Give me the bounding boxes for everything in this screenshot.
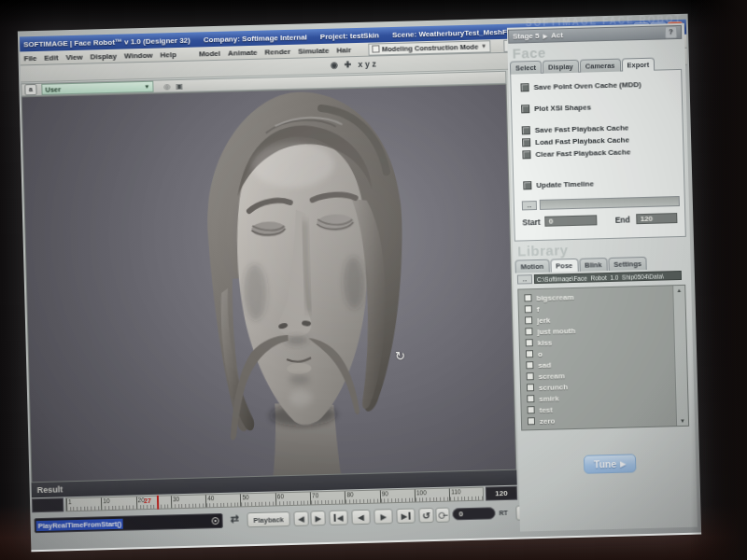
ruler-tick: 10	[101, 497, 136, 510]
checkbox-icon[interactable]	[528, 417, 535, 425]
record-icon[interactable]	[212, 517, 219, 525]
start-input[interactable]: 0	[545, 215, 598, 226]
library-tab[interactable]: Blink	[579, 258, 608, 272]
checkbox-icon[interactable]	[528, 406, 535, 413]
stage-tab[interactable]: Export	[621, 58, 655, 72]
checkbox-icon[interactable]	[524, 294, 531, 301]
library-path-row: ... C:\Softimage\Face_Robot_1.0_Ship0504…	[517, 271, 682, 285]
audio-button[interactable]	[435, 508, 449, 523]
toolbar-icons: ◉ ✚ x y z	[331, 59, 376, 69]
help-button[interactable]: ?	[665, 26, 677, 38]
menu-item[interactable]: File	[20, 53, 40, 63]
key-icon	[438, 511, 446, 519]
viewport-header-icons: ◎ ▣	[163, 81, 183, 91]
export-tab-page: Save Point Oven Cache (MDD) Plot XSI Sha…	[510, 69, 686, 242]
script-command-field[interactable]: PlayRealTimeFromStart()	[34, 513, 222, 533]
ruler-tick: 80	[345, 491, 380, 504]
move-icon[interactable]: ✚	[345, 60, 352, 69]
app-title: SOFTIMAGE | Face Robot™ v 1.0 (Designer …	[23, 35, 190, 49]
face-panel-title: Face	[512, 45, 546, 62]
playhead-frame-label: 27	[144, 497, 151, 504]
checkbox-icon[interactable]	[527, 384, 534, 391]
checkbox-icon[interactable]	[526, 350, 533, 357]
frame-rate-field[interactable]: 0	[452, 507, 495, 520]
pose-listbox: bigscreamfjerkjust mouthkissosadscreamsc…	[517, 285, 689, 431]
viewport-letter-button[interactable]: a	[24, 84, 36, 95]
go-to-end-button[interactable]: ▶	[396, 509, 415, 525]
menu-item[interactable]: Simulate	[294, 46, 333, 55]
menu-item[interactable]: Hair	[332, 46, 355, 55]
playhead[interactable]	[157, 496, 159, 510]
checkbox-icon[interactable]	[527, 372, 534, 380]
menu-item[interactable]: View	[62, 52, 86, 62]
menu-item[interactable]: Window	[120, 50, 157, 60]
chevron-down-icon: ▼	[481, 43, 486, 49]
start-end-row: Start 0 End 120	[522, 213, 684, 228]
checkbox-icon[interactable]	[521, 105, 529, 113]
library-path-field[interactable]: C:\Softimage\Face_Robot_1.0_Ship0504\Dat…	[534, 271, 682, 284]
play-forward-button[interactable]: ▶	[374, 509, 392, 525]
checkbox-icon[interactable]	[525, 316, 532, 324]
start-label: Start	[522, 217, 541, 227]
menu-item[interactable]: Model	[195, 49, 224, 58]
library-tab[interactable]: Motion	[514, 259, 549, 273]
pose-list: bigscreamfjerkjust mouthkissosadscreamsc…	[518, 286, 676, 429]
loop-toggle-button[interactable]: ↺	[418, 508, 433, 523]
update-timeline-option[interactable]: Update Timeline	[523, 176, 684, 190]
menu-item[interactable]: Display	[86, 51, 120, 61]
scroll-down-icon[interactable]: ▼	[680, 416, 685, 426]
ruler-tick: 70	[310, 491, 345, 504]
stage-tab[interactable]: Cameras	[580, 59, 621, 73]
stage-tab[interactable]: Display	[543, 60, 579, 74]
checkbox-icon[interactable]	[525, 328, 532, 335]
project-label: Project: testSkin	[320, 31, 379, 41]
go-to-start-button[interactable]: ◀	[329, 510, 347, 525]
export-options-group2: Plot XSI Shapes	[512, 100, 682, 115]
realtime-label[interactable]: RT	[499, 510, 508, 516]
checkbox-icon[interactable]	[522, 126, 530, 134]
library-tab[interactable]: Pose	[550, 259, 578, 273]
frame-forward-button[interactable]: ▶	[310, 511, 325, 525]
scrollbar[interactable]: ▲ ▼	[672, 286, 688, 426]
cache-progress-bar	[540, 196, 680, 210]
menu-item[interactable]: Animate	[224, 48, 261, 57]
checkbox-icon[interactable]	[525, 305, 532, 313]
menu-item[interactable]: Edit	[40, 53, 62, 63]
checkbox-icon[interactable]	[527, 395, 534, 402]
eye-icon[interactable]: ◎	[163, 82, 170, 91]
construction-mode-select[interactable]: Modeling Construction Mode ▼	[368, 40, 491, 55]
projection-photo: SOFTIMAGE FACE ROBOT SOFTIMAGE | Face Ro…	[0, 0, 747, 560]
snap-icon[interactable]: ◉	[331, 61, 338, 70]
head-model	[134, 86, 462, 481]
playback-button[interactable]: Playback	[247, 511, 289, 527]
memo-cam-icon[interactable]: ▣	[176, 81, 183, 90]
frame-back-button[interactable]: ◀	[293, 511, 308, 526]
library-tab[interactable]: Settings	[608, 257, 647, 271]
axis-letters[interactable]: x y z	[358, 59, 376, 69]
ruler-tick: 90	[380, 490, 416, 503]
path-browse-button[interactable]: ...	[517, 274, 532, 284]
menu-item[interactable]: Render	[261, 47, 294, 56]
file-menu-group: FileEditViewDisplayWindowHelp	[20, 49, 180, 62]
end-input[interactable]: 120	[637, 213, 678, 224]
checkbox-icon[interactable]	[520, 83, 529, 91]
browse-button[interactable]: ...	[522, 201, 537, 210]
checkbox-icon[interactable]	[526, 361, 533, 369]
export-option[interactable]: Save Point Oven Cache (MDD)	[520, 78, 681, 92]
play-backward-button[interactable]: ◀	[351, 510, 370, 525]
camera-menu[interactable]: User ▼	[41, 81, 153, 95]
menu-item[interactable]: Help	[156, 49, 180, 59]
stage-tab[interactable]: Select	[510, 61, 542, 75]
tune-button[interactable]: Tune ▶	[584, 454, 637, 473]
checkbox-icon[interactable]	[522, 150, 530, 159]
export-option[interactable]: Clear Fast Playback Cache	[522, 146, 683, 160]
export-option[interactable]: Plot XSI Shapes	[521, 100, 682, 114]
viewport-3d[interactable]: ↻	[21, 84, 517, 483]
scroll-up-icon[interactable]: ▲	[676, 286, 682, 295]
current-frame-box[interactable]	[32, 497, 63, 512]
checkbox-icon[interactable]	[523, 181, 531, 189]
end-frame-box[interactable]: 120	[486, 486, 517, 501]
loop-arrows-icon[interactable]: ⇄	[230, 512, 239, 525]
checkbox-icon[interactable]	[526, 339, 533, 346]
checkbox-icon[interactable]	[522, 138, 530, 147]
